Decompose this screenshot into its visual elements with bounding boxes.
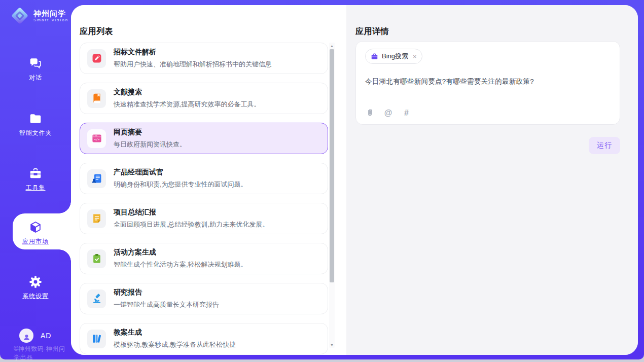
app-card-教案生成[interactable]: 教案生成 模板驱动,教案秒成,教学准备从此轻松快捷: [80, 323, 328, 354]
app-card-title: 教案生成: [114, 328, 236, 337]
app-card-description: 模板驱动,教案秒成,教学准备从此轻松快捷: [114, 340, 236, 349]
resume-person-icon: [87, 169, 106, 188]
app-detail-title: 应用详情: [355, 26, 389, 37]
chat-icon: [29, 57, 42, 70]
user-initials: AD: [41, 332, 51, 340]
copyright-text: ©神州数码·神州问学出品: [14, 345, 71, 362]
run-row: 运行: [355, 137, 620, 154]
edit-document-icon: [87, 49, 106, 68]
tool-chip-label: Bing搜索: [382, 52, 408, 61]
app-card-description: 帮助用户快速、准确地理解和解析招标书中的关键信息: [114, 60, 272, 69]
sidebar-item-系统设置[interactable]: 系统设置: [0, 275, 71, 301]
toolbox-icon: [29, 167, 42, 180]
scrollbar[interactable]: ▲ ▼: [329, 43, 335, 348]
app-list-title: 应用列表: [80, 26, 113, 37]
app-card-title: 文献搜索: [114, 88, 261, 97]
sidebar-item-label: 智能文件夹: [19, 129, 52, 137]
avatar: [19, 329, 33, 343]
hash-icon[interactable]: #: [402, 108, 411, 118]
paperclip-icon[interactable]: [365, 108, 375, 118]
app-card-title: 招标文件解析: [114, 48, 272, 57]
brand-diamond-icon: [10, 6, 30, 26]
sidebar-item-工具集[interactable]: 工具集: [0, 167, 71, 192]
query-composer[interactable]: Bing搜索 × 今日湖北有哪些新闻要点?有哪些需要关注的最新政策? @#: [355, 41, 620, 125]
app-card-title: 网页摘要: [114, 128, 186, 137]
scroll-down-icon[interactable]: ▼: [329, 342, 335, 348]
avatar-person-icon: [22, 332, 31, 340]
clipboard-check-icon: [87, 249, 106, 268]
app-card-description: 一键智能生成高质量长文本研究报告: [114, 300, 219, 309]
app-list-panel: 应用列表 招标文件解析 帮助用户快速、准确地理解和解析招标书中的关键信息 文献搜…: [71, 5, 346, 355]
app-card-项目总结汇报[interactable]: 项目总结汇报 全面回顾项目进展,总结经验教训,助力未来优化发展。: [80, 203, 328, 234]
sidebar-item-智能文件夹[interactable]: 智能文件夹: [0, 112, 71, 137]
sidebar-item-label: 系统设置: [22, 292, 49, 301]
app-card-title: 项目总结汇报: [114, 208, 269, 217]
sidebar-item-对话[interactable]: 对话: [0, 57, 71, 82]
app-card-title: 研究报告: [114, 288, 219, 297]
briefcase-icon: [371, 53, 378, 60]
gear-icon: [29, 275, 42, 288]
microscope-icon: [87, 289, 106, 308]
app-card-description: 全面回顾项目进展,总结经验教训,助力未来优化发展。: [114, 220, 269, 229]
tool-chip-bing-search[interactable]: Bing搜索 ×: [365, 49, 422, 64]
app-card-招标文件解析[interactable]: 招标文件解析 帮助用户快速、准确地理解和解析招标书中的关键信息: [80, 43, 328, 74]
app-card-title: 活动方案生成: [114, 248, 247, 257]
user-chip[interactable]: AD: [19, 329, 51, 343]
sidebar-item-应用市场[interactable]: 应用市场: [0, 221, 71, 246]
chip-close-icon[interactable]: ×: [413, 53, 417, 60]
main-content: 应用列表 招标文件解析 帮助用户快速、准确地理解和解析招标书中的关键信息 文献搜…: [71, 5, 638, 355]
app-card-研究报告[interactable]: 研究报告 一键智能生成高质量长文本研究报告: [80, 283, 328, 314]
brand-name: 神州问学: [33, 9, 68, 18]
run-button[interactable]: 运行: [589, 137, 620, 154]
sidebar-item-label: 工具集: [26, 184, 46, 192]
scroll-up-icon[interactable]: ▲: [329, 43, 335, 49]
app-card-description: 智能生成个性化活动方案,轻松解决规划难题。: [114, 260, 247, 269]
composer-toolbar: @#: [365, 108, 411, 118]
browser-code-icon: </>: [87, 129, 106, 148]
app-card-description: 每日政府新闻资讯快查。: [114, 140, 186, 149]
app-card-活动方案生成[interactable]: 活动方案生成 智能生成个性化活动方案,轻松解决规划难题。: [80, 243, 328, 274]
brand-logo: 神州问学 Smart Vision: [10, 6, 68, 26]
cube-icon: [29, 221, 42, 234]
app-list: 招标文件解析 帮助用户快速、准确地理解和解析招标书中的关键信息 文献搜索 快速精…: [80, 43, 328, 355]
book-icon: [87, 89, 106, 108]
sidebar: 神州问学 Smart Vision 对话 智能文件夹 工具集 应用市场 系统设置…: [0, 0, 71, 359]
app-card-description: 快速精准查找学术资源,提高研究效率的必备工具。: [114, 100, 261, 109]
books-icon: [87, 330, 106, 348]
app-card-网页摘要[interactable]: </> 网页摘要 每日政府新闻资讯快查。: [80, 123, 328, 154]
app-detail-panel: 应用详情 Bing搜索 × 今日湖北有哪些新闻要点?有哪些需要关注的最新政策? …: [346, 5, 638, 355]
app-card-产品经理面试官[interactable]: 产品经理面试官 明确身份和职责,为您提供专业性的面试问题。: [80, 163, 328, 194]
brand-subtitle: Smart Vision: [33, 18, 68, 22]
folder-icon: [29, 112, 42, 125]
query-text[interactable]: 今日湖北有哪些新闻要点?有哪些需要关注的最新政策?: [365, 77, 611, 86]
scrollbar-thumb[interactable]: [330, 49, 334, 282]
app-card-description: 明确身份和职责,为您提供专业性的面试问题。: [114, 180, 247, 189]
note-document-icon: [87, 209, 106, 228]
sidebar-item-label: 应用市场: [22, 237, 49, 246]
at-icon[interactable]: @: [383, 108, 393, 118]
svg-text:</>: </>: [94, 137, 99, 141]
sidebar-item-label: 对话: [29, 74, 42, 82]
app-card-title: 产品经理面试官: [114, 168, 247, 177]
app-card-文献搜索[interactable]: 文献搜索 快速精准查找学术资源,提高研究效率的必备工具。: [80, 83, 328, 114]
